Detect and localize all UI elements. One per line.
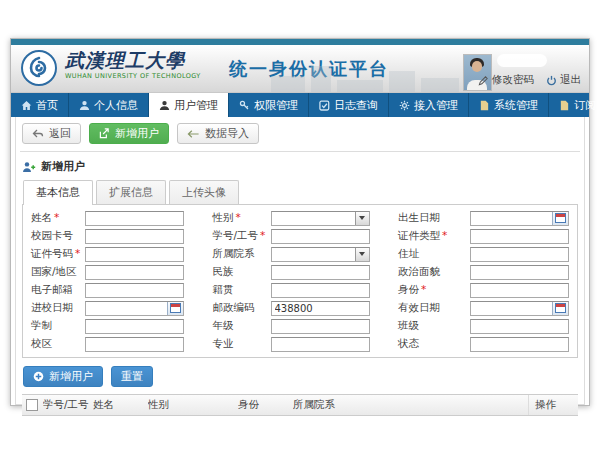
required-asterisk: * <box>442 229 447 241</box>
back-button[interactable]: 返回 <box>22 123 81 144</box>
circle-plus-icon <box>33 371 44 382</box>
back-arrow-icon <box>32 129 44 139</box>
change-password-label: 修改密码 <box>492 73 534 87</box>
reset-button[interactable]: 重置 <box>111 366 153 387</box>
input-field[interactable] <box>85 265 184 280</box>
field-label-text: 身份 <box>398 283 419 295</box>
change-password-link[interactable]: 修改密码 <box>478 73 534 87</box>
input-field[interactable] <box>271 265 370 280</box>
input-field[interactable] <box>271 301 370 316</box>
tab-basic-info[interactable]: 基本信息 <box>23 180 93 205</box>
field-text <box>85 265 184 280</box>
input-field[interactable] <box>85 337 184 352</box>
gear-icon <box>399 100 410 111</box>
document-icon <box>559 100 570 111</box>
input-field[interactable] <box>470 247 569 262</box>
nav-item-permission-mgmt[interactable]: 权限管理 <box>229 93 309 117</box>
input-field[interactable] <box>470 319 569 334</box>
calendar-icon[interactable] <box>552 212 568 225</box>
field-label: 邮政编码 <box>213 301 271 315</box>
field-label: 有效日期 <box>398 301 470 315</box>
nav-item-system-mgmt[interactable]: 系统管理 <box>469 93 549 117</box>
nav-item-subscription-mgmt[interactable]: 订阅管理 <box>549 93 600 117</box>
calendar-icon[interactable] <box>167 302 183 315</box>
key-icon <box>239 100 250 111</box>
nav-item-label: 权限管理 <box>254 98 298 113</box>
input-field[interactable] <box>470 265 569 280</box>
field-label-text: 专业 <box>213 337 234 349</box>
nav-item-home[interactable]: 首页 <box>11 93 69 117</box>
input-field[interactable] <box>271 229 370 244</box>
input-field[interactable] <box>470 229 569 244</box>
nav-item-access-mgmt[interactable]: 接入管理 <box>389 93 469 117</box>
user-table-header: 学号/工号姓名性别身份所属院系操作 <box>22 394 578 416</box>
dropdown-arrow-button[interactable] <box>355 212 369 225</box>
input-field[interactable] <box>470 337 569 352</box>
input-field[interactable] <box>85 229 184 244</box>
tab-extended-info[interactable]: 扩展信息 <box>96 180 166 204</box>
calendar-icon[interactable] <box>552 302 568 315</box>
field-label: 政治面貌 <box>398 265 470 279</box>
field-label-text: 电子邮箱 <box>31 283 73 295</box>
user-icon <box>159 100 170 111</box>
field-label: 学号/工号* <box>213 229 271 243</box>
input-field[interactable] <box>85 211 184 226</box>
tab-bar: 基本信息扩展信息上传头像 <box>22 180 578 204</box>
import-arrow-icon <box>187 129 200 139</box>
field-label: 姓名* <box>31 211 85 225</box>
add-user-submit-label: 新增用户 <box>49 369 93 384</box>
dropdown-arrow-button[interactable] <box>355 248 369 261</box>
input-field[interactable] <box>470 283 569 298</box>
table-header-cell: 学号/工号 <box>43 398 93 412</box>
nav-item-label: 用户管理 <box>174 98 218 113</box>
table-header-cell: 性别 <box>148 398 238 412</box>
input-field[interactable] <box>271 337 370 352</box>
field-label: 学制 <box>31 319 85 333</box>
field-label-text: 年级 <box>213 319 234 331</box>
field-label-text: 政治面貌 <box>398 265 440 277</box>
field-label: 籍贯 <box>213 283 271 297</box>
input-field[interactable] <box>85 247 184 262</box>
university-name-block: 武漢理工大學 WUHAN UNIVERSITY OF TECHNOLOGY <box>65 51 201 80</box>
form-grid: 姓名*性别*出生日期校园卡号学号/工号*证件类型*证件号码*所属院系住址国家/地… <box>31 209 569 353</box>
input-field[interactable] <box>271 283 370 298</box>
pencil-icon <box>478 75 489 86</box>
required-asterisk: * <box>75 247 80 259</box>
field-text <box>85 211 184 226</box>
field-label-text: 有效日期 <box>398 301 440 313</box>
field-text <box>470 283 569 298</box>
field-label-text: 学号/工号 <box>213 229 259 241</box>
section-title: 新增用户 <box>41 159 85 174</box>
required-asterisk: * <box>421 283 426 295</box>
nav-item-profile[interactable]: 个人信息 <box>69 93 149 117</box>
logout-link[interactable]: 退出 <box>546 73 581 87</box>
user-name-redacted <box>497 54 547 67</box>
select-all-checkbox[interactable] <box>26 399 38 411</box>
field-label-text: 性别 <box>213 211 234 223</box>
nav-item-user-mgmt[interactable]: 用户管理 <box>149 93 229 117</box>
university-logo <box>21 50 57 86</box>
field-label: 身份* <box>398 283 470 297</box>
field-text <box>85 283 184 298</box>
input-field[interactable] <box>271 319 370 334</box>
field-text <box>85 319 184 334</box>
add-user-submit-button[interactable]: 新增用户 <box>23 366 103 387</box>
table-header-cell: 身份 <box>238 398 293 412</box>
user-plus-icon <box>22 161 36 173</box>
field-label-text: 校区 <box>31 337 52 349</box>
tab-upload-avatar[interactable]: 上传头像 <box>169 180 239 204</box>
add-user-toolbar-button[interactable]: 新增用户 <box>89 123 169 144</box>
input-field[interactable] <box>85 283 184 298</box>
data-import-button[interactable]: 数据导入 <box>177 123 259 144</box>
checklist-icon <box>319 100 330 111</box>
back-button-label: 返回 <box>49 126 71 141</box>
input-field[interactable] <box>85 319 184 334</box>
field-label: 民族 <box>213 265 271 279</box>
nav-item-log-query[interactable]: 日志查询 <box>309 93 389 117</box>
field-text <box>271 265 370 280</box>
required-asterisk: * <box>260 229 265 241</box>
nav-item-label: 日志查询 <box>334 98 378 113</box>
table-header-cell: 姓名 <box>93 398 148 412</box>
field-text <box>85 337 184 352</box>
university-name: 武漢理工大學 <box>65 51 201 70</box>
